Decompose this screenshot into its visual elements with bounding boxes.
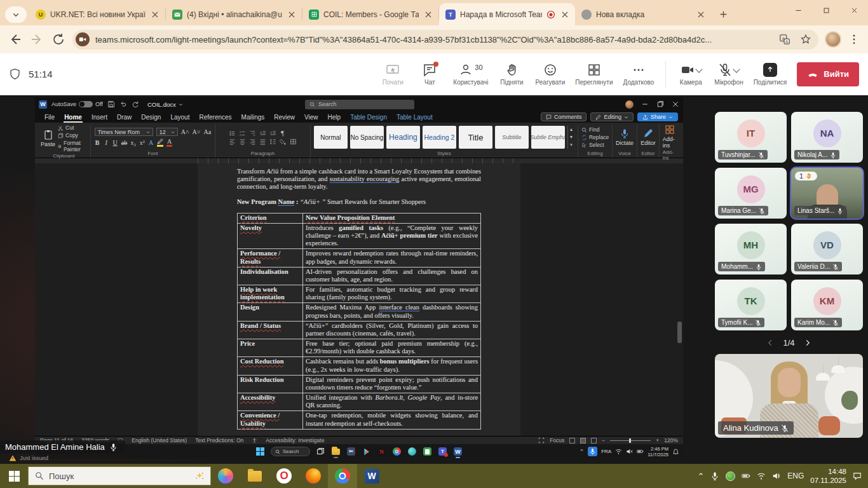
meeting-button-mic-off[interactable]: Мікрофон: [710, 63, 747, 86]
find-button[interactable]: Find: [581, 126, 609, 133]
comments-button[interactable]: Comments: [541, 112, 587, 121]
shared-taskview-icon[interactable]: [316, 447, 325, 456]
doc-table-criterion-cell[interactable]: Accessibility: [238, 393, 303, 411]
browser-tab[interactable]: TНарада в Microsoft Team: [439, 3, 575, 25]
styles-gallery-scroll[interactable]: ▲▼▾: [567, 126, 574, 149]
font-name-select[interactable]: Times New Rom: [95, 128, 153, 136]
ribbon-tab-design[interactable]: Design: [137, 112, 165, 122]
browser-tab[interactable]: Нова вкладка: [575, 3, 711, 25]
participant-tile[interactable]: 1Linas Starš...: [791, 168, 863, 219]
word-account-avatar[interactable]: [625, 100, 634, 109]
subscript-button[interactable]: x₂: [130, 139, 136, 146]
doc-table-desc-cell[interactable]: Improves reward redemption rates through…: [303, 249, 481, 267]
taskbar-search-box[interactable]: Пошук: [28, 466, 211, 485]
change-case-button[interactable]: Aa: [203, 128, 211, 135]
scrollbar-thumb[interactable]: [677, 322, 682, 343]
ribbon-tab-help[interactable]: Help: [323, 112, 346, 122]
ribbon-tab-view[interactable]: View: [300, 112, 323, 122]
translate-icon[interactable]: aA: [779, 34, 790, 45]
copy-button[interactable]: Copy: [58, 132, 87, 139]
font-size-select[interactable]: 12: [156, 128, 178, 136]
borders-icon[interactable]: [290, 139, 297, 145]
volume-icon[interactable]: [772, 471, 781, 480]
doc-intro-paragraph[interactable]: Transform Ačiū from a simple cashback ca…: [237, 168, 481, 191]
status-accessibility[interactable]: Accessibility: Investigate: [266, 437, 324, 444]
chevron-down-icon[interactable]: [733, 65, 740, 72]
ribbon-tab-review[interactable]: Review: [269, 112, 299, 122]
cut-button[interactable]: Cut: [58, 125, 87, 131]
tray-language[interactable]: FRA: [601, 449, 611, 454]
style-card[interactable]: Subtitle: [495, 126, 529, 149]
grow-font-button[interactable]: A˄: [181, 128, 189, 135]
doc-table-desc-cell[interactable]: AI-driven personalization offers and cha…: [303, 267, 481, 285]
replace-button[interactable]: Replace: [581, 134, 609, 140]
shared-notepad-icon[interactable]: [423, 447, 432, 456]
participant-tile[interactable]: KMKarim Mo...: [791, 280, 863, 330]
editor-button[interactable]: Editor: [641, 128, 656, 146]
close-button[interactable]: [840, 0, 868, 20]
doc-table[interactable]: CriterionNew Value Proposition ElementNo…: [237, 213, 481, 430]
shared-word-icon[interactable]: W: [453, 447, 463, 456]
meeting-button-hand[interactable]: Підняти: [495, 63, 529, 86]
doc-table-criterion-cell[interactable]: Convenience / Usability: [238, 411, 303, 429]
redo-icon[interactable]: [132, 100, 139, 108]
taskbar-opera-icon[interactable]: O: [269, 464, 299, 488]
ribbon-tab-home[interactable]: Home: [60, 112, 86, 122]
numbering-icon[interactable]: 12: [239, 130, 246, 137]
paste-button[interactable]: Paste: [41, 130, 55, 147]
shared-teams-icon[interactable]: T: [438, 447, 447, 456]
battery-icon[interactable]: [637, 448, 644, 455]
doc-table-criterion-cell[interactable]: Novelty: [238, 223, 303, 249]
status-language[interactable]: English (United States): [132, 437, 187, 444]
word-minimize-icon[interactable]: [641, 100, 649, 108]
tray-chevron-up[interactable]: ⌃: [580, 449, 585, 455]
doc-table-desc-cell[interactable]: Digital reminders prevent point expiry; …: [303, 375, 481, 393]
text-effects-button[interactable]: A: [148, 139, 154, 146]
meeting-button-react[interactable]: Реагувати: [532, 63, 569, 86]
doc-table-desc-cell[interactable]: One-tap redemption, mobile widgets showi…: [303, 411, 481, 429]
battery-icon[interactable]: [742, 471, 750, 480]
ribbon-tab-insert[interactable]: Insert: [87, 112, 112, 122]
print-layout-button[interactable]: [580, 438, 586, 444]
maximize-button[interactable]: [812, 0, 840, 20]
meeting-button-camera[interactable]: Камера: [674, 63, 708, 86]
style-card[interactable]: Title: [459, 126, 492, 149]
self-video-tile[interactable]: Alina Kudinova: [715, 354, 863, 438]
notification-bell-icon[interactable]: [672, 448, 679, 455]
doc-table-desc-cell[interactable]: Redesigned Maxima App interface clean da…: [303, 303, 481, 321]
highlight-button[interactable]: 🖉: [157, 138, 163, 147]
save-icon[interactable]: [107, 100, 115, 108]
shrink-font-button[interactable]: A˅: [193, 128, 201, 135]
shared-clock[interactable]: 2:46 PM11/7/2025: [648, 446, 668, 458]
align-right-icon[interactable]: [249, 139, 256, 145]
browser-tab[interactable]: (4) Вхідні • alinachaikina@uk: [166, 3, 302, 25]
outdent-icon[interactable]: [259, 130, 266, 137]
line-spacing-icon[interactable]: [269, 139, 276, 145]
addins-button[interactable]: Add-ins: [663, 125, 677, 149]
participant-tile[interactable]: MHMohamm...: [715, 224, 787, 274]
tray-chevron-up[interactable]: ⌃: [697, 471, 704, 481]
tab-search-button[interactable]: [5, 6, 27, 23]
indent-icon[interactable]: [269, 130, 276, 137]
doc-table-desc-cell[interactable]: Cashback remains but adds bonus multipli…: [303, 357, 481, 375]
ribbon-tab-layout[interactable]: Layout: [166, 112, 194, 122]
read-mode-button[interactable]: [569, 438, 575, 444]
doc-table-desc-cell[interactable]: Unified integration with Barbora.lt, Goo…: [303, 393, 481, 411]
meeting-button-share-screen[interactable]: Поділитися: [750, 63, 791, 86]
style-card[interactable]: No Spacing: [350, 126, 384, 149]
tab-close-icon[interactable]: [423, 10, 433, 20]
shared-chrome-icon[interactable]: [392, 447, 402, 456]
browser-menu-icon[interactable]: [848, 32, 860, 47]
page-prev-icon[interactable]: [767, 339, 774, 346]
tab-close-icon[interactable]: [287, 10, 297, 20]
style-card[interactable]: Normal: [314, 126, 348, 149]
page-next-icon[interactable]: [804, 339, 811, 346]
profile-avatar[interactable]: [825, 31, 841, 48]
word-search-box[interactable]: Search: [305, 100, 414, 109]
zoom-out-button[interactable]: −: [602, 437, 605, 444]
strikethrough-button[interactable]: ab: [121, 139, 127, 146]
shared-netflix-icon[interactable]: N: [377, 447, 386, 456]
forward-button[interactable]: [29, 32, 44, 47]
doc-table-header-cell[interactable]: Criterion: [238, 213, 303, 223]
editing-mode-button[interactable]: Editing: [590, 112, 634, 121]
